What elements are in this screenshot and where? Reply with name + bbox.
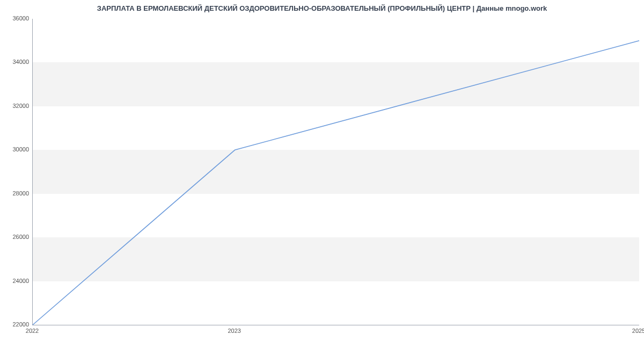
plot-area [32, 19, 639, 325]
y-tick-label: 34000 [3, 59, 29, 65]
y-tick-label: 28000 [3, 190, 29, 197]
y-tick-label: 22000 [3, 321, 29, 328]
y-tick-label: 32000 [3, 103, 29, 109]
x-tick-label: 2023 [228, 328, 240, 334]
x-tick-label: 2022 [26, 328, 39, 334]
y-tick-label: 26000 [3, 234, 29, 240]
y-tick-label: 30000 [3, 146, 29, 152]
line-series [33, 19, 639, 325]
chart-container: ЗАРПЛАТА В ЕРМОЛАЕВСКИЙ ДЕТСКИЙ ОЗДОРОВИ… [0, 0, 644, 349]
series-line [33, 41, 639, 325]
y-tick-label: 24000 [3, 278, 29, 284]
chart-title: ЗАРПЛАТА В ЕРМОЛАЕВСКИЙ ДЕТСКИЙ ОЗДОРОВИ… [0, 4, 644, 12]
x-tick-label: 2025 [632, 328, 644, 334]
y-tick-label: 36000 [3, 15, 29, 21]
